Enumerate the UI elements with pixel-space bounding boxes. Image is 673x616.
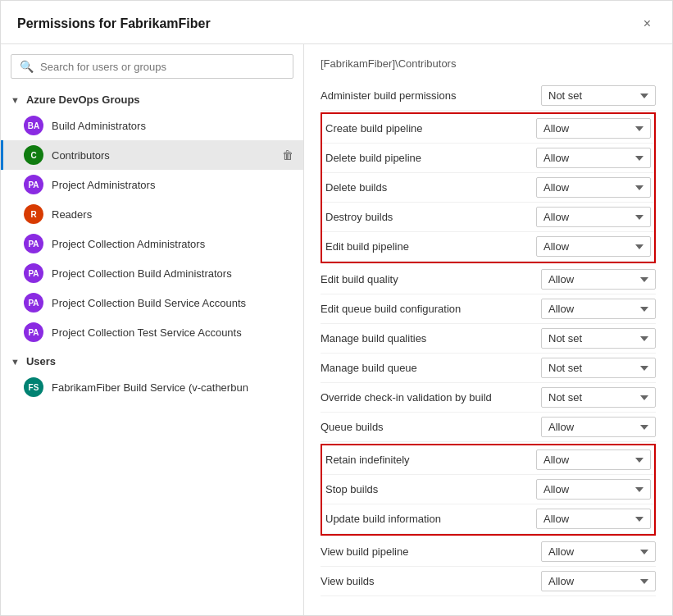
avatar: C <box>24 145 43 165</box>
permission-select[interactable]: Not setAllowDeny <box>541 299 656 319</box>
avatar: PA <box>24 293 43 313</box>
permission-row: Queue buildsNot setAllowDeny <box>321 413 656 442</box>
search-box[interactable]: 🔍 <box>11 54 293 79</box>
permission-row: Delete buildsNot setAllowDeny <box>322 173 654 203</box>
permission-row: Edit queue build configurationNot setAll… <box>321 294 656 324</box>
permission-row: Stop buildsNot setAllowDeny <box>322 475 654 504</box>
avatar: PA <box>24 322 43 342</box>
azure-devops-groups-header[interactable]: ▼ Azure DevOps Groups <box>1 89 303 111</box>
group-name: Readers <box>52 208 92 221</box>
permission-label: Override check-in validation by build <box>321 391 541 404</box>
permission-label: Create build pipeline <box>325 122 536 135</box>
group-name: Project Collection Test Service Accounts <box>52 326 242 339</box>
permission-label: Manage build queue <box>321 362 541 374</box>
sidebar-item-group[interactable]: R Readers 🗑 <box>1 199 303 229</box>
permission-label: Queue builds <box>321 421 541 433</box>
group-name: Project Collection Build Service Account… <box>52 297 246 309</box>
dialog-header: Permissions for FabrikamFiber × <box>1 1 672 44</box>
permission-label: Destroy builds <box>325 211 536 223</box>
highlighted-permission-group: Create build pipelineNot setAllowDenyDel… <box>321 112 656 263</box>
permission-select[interactable]: Not setAllowDeny <box>541 417 656 437</box>
permission-label: Edit queue build configuration <box>321 303 541 315</box>
permission-row: Administer build permissionsNot setAllow… <box>321 81 656 111</box>
dialog-body: 🔍 ▼ Azure DevOps Groups BA Build Adminis… <box>1 44 672 615</box>
permission-label: Delete build pipeline <box>325 152 536 164</box>
permission-select[interactable]: Not setAllowDeny <box>541 269 656 290</box>
close-button[interactable]: × <box>639 14 656 34</box>
users-section-label: Users <box>26 355 56 367</box>
permission-select[interactable]: Not setAllowDeny <box>541 387 656 408</box>
sidebar-item-group[interactable]: C Contributors 🗑 <box>1 140 303 170</box>
permission-label: View build pipeline <box>321 545 541 558</box>
users-list: FS FabrikamFiber Build Service (v-cather… <box>1 372 303 402</box>
permission-select[interactable]: Not setAllowDeny <box>536 236 651 257</box>
permission-select[interactable]: Not setAllowDeny <box>536 509 651 529</box>
sidebar-item-group[interactable]: BA Build Administrators 🗑 <box>1 111 303 140</box>
permissions-container: Administer build permissionsNot setAllow… <box>321 81 656 596</box>
permission-row: Edit build qualityNot setAllowDeny <box>321 265 656 294</box>
permission-select[interactable]: Not setAllowDeny <box>536 207 651 227</box>
group-name: Project Administrators <box>52 179 155 191</box>
left-panel: 🔍 ▼ Azure DevOps Groups BA Build Adminis… <box>1 44 304 615</box>
sidebar-item-group[interactable]: PA Project Administrators 🗑 <box>1 170 303 199</box>
permissions-dialog: Permissions for FabrikamFiber × 🔍 ▼ Azur… <box>0 0 673 616</box>
avatar: PA <box>24 234 43 253</box>
permission-row: Edit build pipelineNot setAllowDeny <box>322 232 654 262</box>
permission-label: Edit build quality <box>321 273 541 285</box>
permission-row: Delete build pipelineNot setAllowDeny <box>322 144 654 173</box>
permission-row: Create build pipelineNot setAllowDeny <box>322 114 654 144</box>
sidebar-item-group[interactable]: PA Project Collection Build Service Acco… <box>1 288 303 317</box>
users-section-header[interactable]: ▼ Users <box>1 350 303 372</box>
highlighted-permission-group: Retain indefinitelyNot setAllowDenyStop … <box>321 444 656 536</box>
right-panel: [FabrikamFiber]\Contributors Administer … <box>304 44 672 615</box>
permission-select[interactable]: Not setAllowDeny <box>536 177 651 198</box>
groups-section-label: Azure DevOps Groups <box>26 94 140 106</box>
permission-label: Retain indefinitely <box>325 454 536 466</box>
search-input[interactable] <box>40 61 284 73</box>
permission-row: View buildsNot setAllowDeny <box>321 567 656 596</box>
permission-label: Manage build qualities <box>321 332 541 345</box>
permission-select[interactable]: Not setAllowDeny <box>536 449 651 470</box>
chevron-down-icon-users: ▼ <box>11 357 20 367</box>
group-name: Project Collection Administrators <box>52 238 205 250</box>
group-name: Build Administrators <box>52 120 146 132</box>
permission-label: Administer build permissions <box>321 89 541 102</box>
avatar: PA <box>24 263 43 283</box>
permission-select[interactable]: Not setAllowDeny <box>541 571 656 591</box>
avatar: BA <box>24 116 43 135</box>
permission-label: Delete builds <box>325 181 536 194</box>
permission-row: View build pipelineNot setAllowDeny <box>321 537 656 567</box>
azure-devops-groups-section: ▼ Azure DevOps Groups BA Build Administr… <box>1 89 303 347</box>
sidebar-item-group[interactable]: PA Project Collection Administrators 🗑 <box>1 229 303 258</box>
permission-row: Retain indefinitelyNot setAllowDeny <box>322 445 654 475</box>
groups-list: BA Build Administrators 🗑 C Contributors… <box>1 111 303 347</box>
sidebar-item-group[interactable]: PA Project Collection Test Service Accou… <box>1 317 303 347</box>
group-name: Project Collection Build Administrators <box>52 267 232 280</box>
permission-select[interactable]: Not setAllowDeny <box>536 118 651 139</box>
dialog-title: Permissions for FabrikamFiber <box>17 16 211 31</box>
permission-select[interactable]: Not setAllowDeny <box>541 541 656 562</box>
permission-select[interactable]: Not setAllowDeny <box>536 479 651 500</box>
permission-select[interactable]: Not setAllowDeny <box>541 85 656 106</box>
chevron-down-icon: ▼ <box>11 95 20 105</box>
permission-label: Stop builds <box>325 483 536 495</box>
permission-label: Update build information <box>325 513 536 525</box>
permission-row: Manage build qualitiesNot setAllowDeny <box>321 324 656 354</box>
sidebar-item-user[interactable]: FS FabrikamFiber Build Service (v-cather… <box>1 372 303 402</box>
search-icon: 🔍 <box>20 60 34 73</box>
delete-icon[interactable]: 🗑 <box>282 148 293 162</box>
group-name: Contributors <box>52 149 110 162</box>
user-name: FabrikamFiber Build Service (v-catherbun <box>52 381 248 394</box>
permission-select[interactable]: Not setAllowDeny <box>536 148 651 168</box>
avatar: PA <box>24 175 43 194</box>
permission-select[interactable]: Not setAllowDeny <box>541 358 656 378</box>
avatar: R <box>24 204 43 224</box>
sidebar-item-group[interactable]: PA Project Collection Build Administrato… <box>1 258 303 288</box>
permission-label: Edit build pipeline <box>325 240 536 253</box>
permission-select[interactable]: Not setAllowDeny <box>541 328 656 349</box>
permission-row: Destroy buildsNot setAllowDeny <box>322 203 654 232</box>
permission-row: Override check-in validation by buildNot… <box>321 383 656 413</box>
permission-row: Manage build queueNot setAllowDeny <box>321 354 656 383</box>
permission-row: Update build informationNot setAllowDeny <box>322 504 654 534</box>
avatar: FS <box>24 377 43 397</box>
